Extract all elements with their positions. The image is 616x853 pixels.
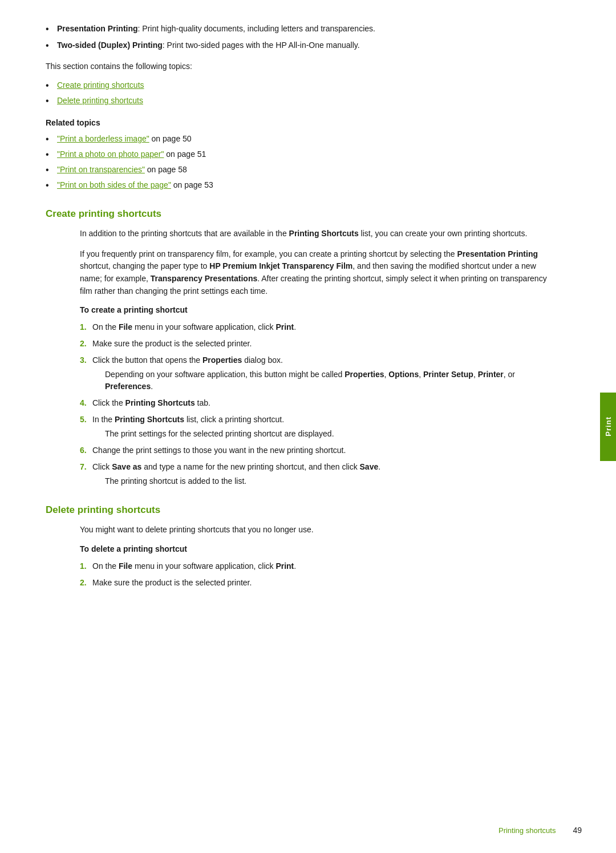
related-link-2-anchor[interactable]: "Print a photo on photo paper" xyxy=(57,149,164,159)
create-step-2: 2. Make sure the product is the selected… xyxy=(80,338,548,350)
related-link-1-anchor[interactable]: "Print a borderless image" xyxy=(57,134,149,143)
delete-step-2: 2. Make sure the product is the selected… xyxy=(80,577,548,589)
step-num-5: 5. xyxy=(80,414,92,440)
delete-step-num-2: 2. xyxy=(80,577,92,589)
create-step-4: 4. Click the Printing Shortcuts tab. xyxy=(80,397,548,409)
print-bold-d1: Print xyxy=(275,561,294,571)
printing-shortcuts-bold-4: Printing Shortcuts xyxy=(125,398,195,407)
file-bold-d1: File xyxy=(119,561,132,571)
create-section-indent: In addition to the printing shortcuts th… xyxy=(46,228,548,487)
bullet-duplex: Two-sided (Duplex) Printing: Print two-s… xyxy=(46,39,548,51)
link-create[interactable]: Create printing shortcuts xyxy=(46,79,548,91)
create-step-3: 3. Click the button that opens the Prope… xyxy=(80,354,548,393)
create-step-7: 7. Click Save as and type a name for the… xyxy=(80,461,548,487)
footer-page-number: 49 xyxy=(573,826,582,835)
printer-setup-sub-bold: Printer Setup xyxy=(423,370,473,379)
delete-para1: You might want to delete printing shortc… xyxy=(80,524,548,536)
section-intro-text: This section contains the following topi… xyxy=(46,60,548,72)
step-num-1: 1. xyxy=(80,321,92,333)
hp-premium-bold: HP Premium Inkjet Transparency Film xyxy=(209,261,352,270)
related-topics-section: Related topics "Print a borderless image… xyxy=(46,118,548,191)
create-subheading: To create a printing shortcut xyxy=(80,305,548,314)
footer: Printing shortcuts 49 xyxy=(0,826,616,835)
create-para2: If you frequently print on transparency … xyxy=(80,248,548,298)
create-step-5: 5. In the Printing Shortcuts list, click… xyxy=(80,414,548,440)
related-link-1-page: on page 50 xyxy=(149,134,192,143)
printer-sub-bold: Printer xyxy=(478,370,504,379)
save-bold: Save xyxy=(360,462,379,471)
related-link-3-anchor[interactable]: "Print on transparencies" xyxy=(57,165,145,174)
create-step-1: 1. On the File menu in your software app… xyxy=(80,321,548,333)
step-content-7: Click Save as and type a name for the ne… xyxy=(92,461,548,487)
side-tab: Print xyxy=(600,393,616,461)
step-sub-3: Depending on your software application, … xyxy=(92,369,548,393)
related-link-2[interactable]: "Print a photo on photo paper" on page 5… xyxy=(46,148,548,160)
link-delete[interactable]: Delete printing shortcuts xyxy=(46,95,548,107)
create-shortcuts-link[interactable]: Create printing shortcuts xyxy=(57,80,144,90)
main-content: Presentation Printing: Print high-qualit… xyxy=(0,0,593,853)
related-link-4[interactable]: "Print on both sides of the page" on pag… xyxy=(46,179,548,191)
side-tab-label: Print xyxy=(604,417,613,436)
bullet-presentation-bold: Presentation Printing xyxy=(57,24,138,33)
step-num-4: 4. xyxy=(80,397,92,409)
related-link-3-page: on page 58 xyxy=(145,165,187,174)
step-content-4: Click the Printing Shortcuts tab. xyxy=(92,397,548,409)
step-content-2: Make sure the product is the selected pr… xyxy=(92,338,548,350)
delete-subheading: To delete a printing shortcut xyxy=(80,544,548,553)
bullet-duplex-text: : Print two-sided pages with the HP All-… xyxy=(163,41,360,50)
bullet-presentation: Presentation Printing: Print high-qualit… xyxy=(46,23,548,35)
properties-sub-bold: Properties xyxy=(345,370,384,379)
step-content-1: On the File menu in your software applic… xyxy=(92,321,548,333)
delete-section: Delete printing shortcuts You might want… xyxy=(46,504,548,589)
topic-link-list: Create printing shortcuts Delete printin… xyxy=(46,79,548,107)
related-link-4-anchor[interactable]: "Print on both sides of the page" xyxy=(57,180,171,189)
create-section: Create printing shortcuts In addition to… xyxy=(46,208,548,487)
create-steps-list: 1. On the File menu in your software app… xyxy=(80,321,548,487)
related-link-3[interactable]: "Print on transparencies" on page 58 xyxy=(46,164,548,176)
related-link-1[interactable]: "Print a borderless image" on page 50 xyxy=(46,133,548,145)
delete-step-content-1: On the File menu in your software applic… xyxy=(92,560,548,572)
step-content-6: Change the print settings to those you w… xyxy=(92,444,548,456)
print-bold-1: Print xyxy=(275,322,294,332)
file-bold-1: File xyxy=(119,322,132,332)
properties-bold-3: Properties xyxy=(202,355,242,365)
step-num-3: 3. xyxy=(80,354,92,393)
step-content-5: In the Printing Shortcuts list, click a … xyxy=(92,414,548,440)
create-para1-bold: Printing Shortcuts xyxy=(289,229,359,238)
options-sub-bold: Options xyxy=(388,370,419,379)
create-section-heading: Create printing shortcuts xyxy=(46,208,548,220)
step-sub-5: The print settings for the selected prin… xyxy=(92,428,548,440)
delete-step-content-2: Make sure the product is the selected pr… xyxy=(92,577,548,589)
create-para1: In addition to the printing shortcuts th… xyxy=(80,228,548,240)
create-step-6: 6. Change the print settings to those yo… xyxy=(80,444,548,456)
related-link-4-page: on page 53 xyxy=(171,180,213,189)
step-num-6: 6. xyxy=(80,444,92,456)
delete-section-heading: Delete printing shortcuts xyxy=(46,504,548,516)
related-links-list: "Print a borderless image" on page 50 "P… xyxy=(46,133,548,191)
intro-bullet-list: Presentation Printing: Print high-qualit… xyxy=(46,23,548,51)
step-content-3: Click the button that opens the Properti… xyxy=(92,354,548,393)
step-sub-7: The printing shortcut is added to the li… xyxy=(92,475,548,487)
delete-step-1: 1. On the File menu in your software app… xyxy=(80,560,548,572)
presentation-printing-bold: Presentation Printing xyxy=(457,249,538,258)
footer-label: Printing shortcuts xyxy=(499,826,556,835)
bullet-duplex-bold: Two-sided (Duplex) Printing xyxy=(57,41,163,50)
printing-shortcuts-bold-5: Printing Shortcuts xyxy=(115,415,184,424)
related-link-2-page: on page 51 xyxy=(164,149,206,159)
delete-step-num-1: 1. xyxy=(80,560,92,572)
step-num-2: 2. xyxy=(80,338,92,350)
bullet-presentation-text: : Print high-quality documents, includin… xyxy=(138,24,375,33)
transparency-presentations-bold: Transparency Presentations xyxy=(151,274,258,283)
preferences-sub-bold: Preferences xyxy=(105,382,151,391)
page-container: Print Presentation Printing: Print high-… xyxy=(0,0,616,853)
delete-shortcuts-link[interactable]: Delete printing shortcuts xyxy=(57,96,143,105)
delete-section-indent: You might want to delete printing shortc… xyxy=(46,524,548,589)
delete-steps-list: 1. On the File menu in your software app… xyxy=(80,560,548,589)
step-num-7: 7. xyxy=(80,461,92,487)
related-topics-title: Related topics xyxy=(46,118,548,127)
save-as-bold: Save as xyxy=(112,462,141,471)
